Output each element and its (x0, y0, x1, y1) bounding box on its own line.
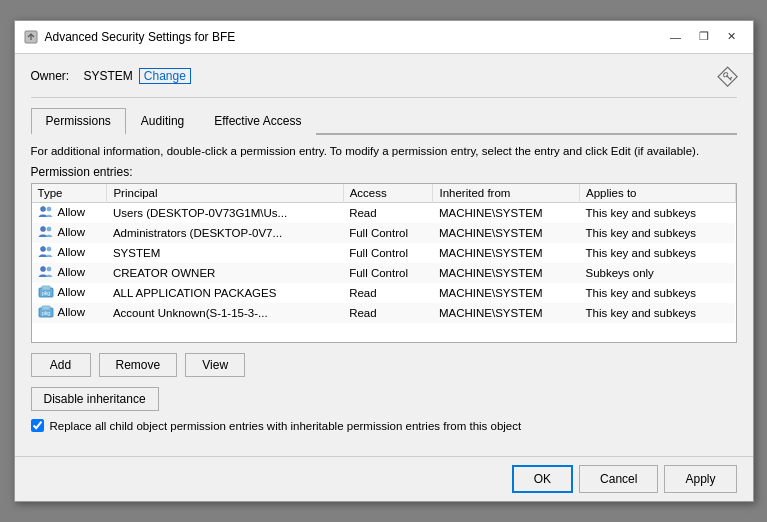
advanced-security-window: Advanced Security Settings for BFE — ❐ ✕… (14, 20, 754, 502)
content-area: Owner: SYSTEM Change ⚿ Permissions Audit… (15, 54, 753, 456)
tab-permissions[interactable]: Permissions (31, 108, 126, 135)
info-text: For additional information, double-click… (31, 143, 737, 159)
type-icon-label: Allow (38, 225, 85, 239)
type-icon-label: pkg Allow (38, 305, 85, 319)
titlebar: Advanced Security Settings for BFE — ❐ ✕ (15, 21, 753, 54)
tabs-container: Permissions Auditing Effective Access (31, 108, 737, 135)
svg-point-2 (47, 207, 51, 211)
footer: OK Cancel Apply (15, 456, 753, 501)
type-icon-label: Allow (38, 245, 85, 259)
cell-principal: Administrators (DESKTOP-0V7... (107, 223, 343, 243)
col-principal: Principal (107, 184, 343, 203)
restore-button[interactable]: ❐ (691, 27, 717, 47)
type-icon-label: Allow (38, 265, 85, 279)
divider (31, 97, 737, 98)
checkbox-row: Replace all child object permission entr… (31, 419, 737, 432)
owner-row: Owner: SYSTEM Change ⚿ (31, 66, 737, 87)
table-row[interactable]: pkg AllowAccount Unknown(S-1-15-3-...Rea… (32, 303, 736, 323)
inherit-checkbox[interactable] (31, 419, 44, 432)
type-icon-label: Allow (38, 205, 85, 219)
cell-inherited: MACHINE\SYSTEM (433, 263, 580, 283)
owner-value: SYSTEM (84, 69, 133, 83)
cell-inherited: MACHINE\SYSTEM (433, 243, 580, 263)
cell-applies: This key and subkeys (579, 203, 735, 224)
cell-applies: This key and subkeys (579, 223, 735, 243)
window-icon (23, 29, 39, 45)
col-applies: Applies to (579, 184, 735, 203)
cell-applies: This key and subkeys (579, 303, 735, 323)
svg-point-1 (40, 207, 45, 212)
window-controls: — ❐ ✕ (663, 27, 745, 47)
add-button[interactable]: Add (31, 353, 91, 377)
cell-principal: Users (DESKTOP-0V73G1M\Us... (107, 203, 343, 224)
svg-point-7 (40, 267, 45, 272)
permissions-table: Type Principal Access Inherited from App… (32, 184, 736, 323)
svg-point-8 (47, 267, 51, 271)
disable-inheritance-button[interactable]: Disable inheritance (31, 387, 159, 411)
svg-text:pkg: pkg (42, 290, 50, 296)
tab-auditing[interactable]: Auditing (126, 108, 199, 135)
cell-access: Full Control (343, 243, 433, 263)
minimize-button[interactable]: — (663, 27, 689, 47)
key-icon: ⚿ (714, 63, 742, 91)
inherit-checkbox-label[interactable]: Replace all child object permission entr… (50, 420, 522, 432)
cell-type: pkg Allow (32, 283, 107, 303)
cell-type: Allow (32, 263, 107, 283)
tab-effective-access[interactable]: Effective Access (199, 108, 316, 135)
perm-entries-label: Permission entries: (31, 165, 737, 179)
close-button[interactable]: ✕ (719, 27, 745, 47)
cell-inherited: MACHINE\SYSTEM (433, 223, 580, 243)
cell-principal: CREATOR OWNER (107, 263, 343, 283)
cell-principal: Account Unknown(S-1-15-3-... (107, 303, 343, 323)
ok-button[interactable]: OK (512, 465, 573, 493)
cell-access: Read (343, 303, 433, 323)
table-row[interactable]: AllowSYSTEMFull ControlMACHINE\SYSTEMThi… (32, 243, 736, 263)
view-button[interactable]: View (185, 353, 245, 377)
svg-point-4 (47, 227, 51, 231)
table-header: Type Principal Access Inherited from App… (32, 184, 736, 203)
svg-point-5 (40, 247, 45, 252)
cell-type: Allow (32, 223, 107, 243)
change-owner-link[interactable]: Change (139, 68, 191, 84)
cell-inherited: MACHINE\SYSTEM (433, 303, 580, 323)
cell-applies: This key and subkeys (579, 283, 735, 303)
action-buttons-row: Add Remove View (31, 353, 737, 377)
owner-label: Owner: (31, 69, 76, 83)
col-inherited: Inherited from (433, 184, 580, 203)
cell-applies: Subkeys only (579, 263, 735, 283)
cell-access: Read (343, 203, 433, 224)
col-type: Type (32, 184, 107, 203)
cell-access: Full Control (343, 263, 433, 283)
table-row[interactable]: pkg AllowALL APPLICATION PACKAGESReadMAC… (32, 283, 736, 303)
cell-access: Full Control (343, 223, 433, 243)
cell-principal: SYSTEM (107, 243, 343, 263)
type-icon-label: pkg Allow (38, 285, 85, 299)
cell-principal: ALL APPLICATION PACKAGES (107, 283, 343, 303)
cell-applies: This key and subkeys (579, 243, 735, 263)
cell-access: Read (343, 283, 433, 303)
permissions-table-container[interactable]: Type Principal Access Inherited from App… (31, 183, 737, 343)
remove-button[interactable]: Remove (99, 353, 178, 377)
svg-point-6 (47, 247, 51, 251)
svg-text:pkg: pkg (42, 310, 50, 316)
table-row[interactable]: AllowAdministrators (DESKTOP-0V7...Full … (32, 223, 736, 243)
table-row[interactable]: AllowCREATOR OWNERFull ControlMACHINE\SY… (32, 263, 736, 283)
table-body: AllowUsers (DESKTOP-0V73G1M\Us...ReadMAC… (32, 203, 736, 324)
col-access: Access (343, 184, 433, 203)
apply-button[interactable]: Apply (664, 465, 736, 493)
table-row[interactable]: AllowUsers (DESKTOP-0V73G1M\Us...ReadMAC… (32, 203, 736, 224)
cell-type: Allow (32, 243, 107, 263)
cell-inherited: MACHINE\SYSTEM (433, 283, 580, 303)
window-title: Advanced Security Settings for BFE (45, 30, 663, 44)
cell-inherited: MACHINE\SYSTEM (433, 203, 580, 224)
cancel-button[interactable]: Cancel (579, 465, 658, 493)
cell-type: Allow (32, 203, 107, 224)
cell-type: pkg Allow (32, 303, 107, 323)
svg-point-3 (40, 227, 45, 232)
